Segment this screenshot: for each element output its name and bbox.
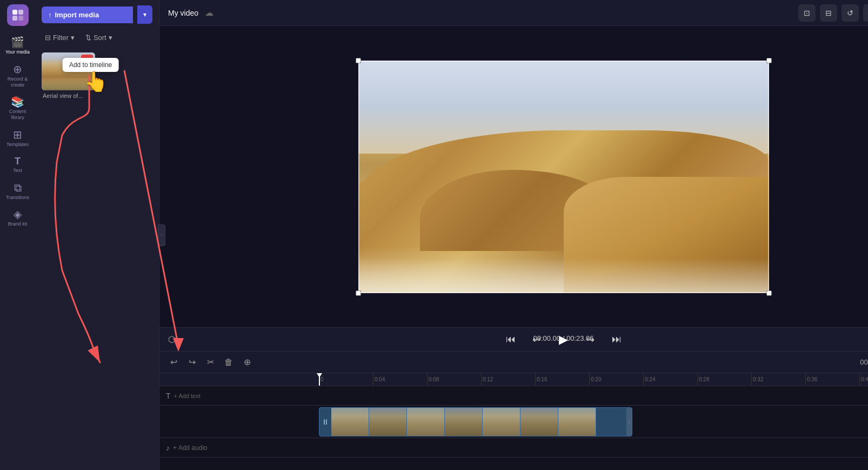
- sidebar-item-content-library[interactable]: 📚 Content library: [0, 92, 35, 125]
- text-track-content: [319, 386, 868, 405]
- playback-controls: ⬡ ⏮ ↩ ▶ ↪ ⏭ 16:9 ⛶ 00:00.00 / 00:23.06: [159, 327, 868, 351]
- time-display: 00:00.00 / 00:23.06: [533, 334, 593, 342]
- preview-area: [159, 26, 868, 327]
- filter-chevron-icon: ▾: [71, 34, 75, 42]
- content-library-icon: 📚: [11, 96, 24, 107]
- app-logo: [7, 4, 29, 26]
- add-clip-button[interactable]: ⊕: [239, 355, 255, 370]
- undo-button[interactable]: ↩: [166, 355, 181, 370]
- text-track: T + Add text: [159, 386, 868, 406]
- clip-end-handle[interactable]: ⋮: [626, 408, 632, 436]
- video-content: [358, 61, 769, 293]
- svg-rect-1: [18, 10, 23, 15]
- templates-icon: ⊞: [13, 129, 22, 140]
- clip-pause-icon: ⏸: [322, 418, 329, 426]
- media-panel-header: ↑ Import media ▾: [35, 0, 159, 29]
- sort-icon: ⇅: [85, 34, 91, 42]
- audio-track-icon: ♪: [166, 443, 170, 452]
- ruler-mark-20: 0:20: [589, 373, 643, 386]
- record-create-icon: ⊕: [13, 64, 22, 75]
- audio-track-content: [319, 438, 868, 457]
- ruler-mark-40: 0:40: [859, 373, 868, 386]
- aspect-ratio-button[interactable]: ⊟: [820, 4, 837, 22]
- transitions-icon: ⧉: [14, 182, 22, 193]
- video-track: ⏸ ⋮: [159, 406, 868, 438]
- text-track-label: T + Add text: [159, 392, 319, 400]
- top-bar: My video ☁ ⊡ ⊟ ↺ ••• ↑ Export ▾: [159, 0, 868, 26]
- ruler-mark-0: 0: [319, 373, 373, 386]
- add-text-button[interactable]: + Add text: [174, 393, 201, 399]
- more-options-button[interactable]: •••: [863, 4, 868, 22]
- main-content: My video ☁ ⊡ ⊟ ↺ ••• ↑ Export ▾: [159, 0, 868, 470]
- text-icon: T: [15, 156, 21, 166]
- audio-track-label: ♪ + Add audio: [159, 443, 319, 452]
- ruler-mark-32: 0:32: [751, 373, 805, 386]
- clip-thumb-2: [369, 408, 407, 436]
- sidebar-item-brand-kit[interactable]: ◈ Brand kit: [0, 204, 35, 231]
- ruler-mark-12: 0:12: [481, 373, 535, 386]
- media-item-label: Aerial view of...: [42, 92, 95, 99]
- left-sidebar: 🎬 Your media ⊕ Record & create 📚 Content…: [0, 0, 35, 470]
- sidebar-item-templates[interactable]: ⊞ Templates: [0, 125, 35, 152]
- redo-button[interactable]: ↪: [184, 355, 199, 370]
- audio-track: ♪ + Add audio: [159, 438, 868, 458]
- delete-button[interactable]: 🗑: [221, 355, 236, 370]
- frame-handle-tl[interactable]: [356, 58, 361, 63]
- video-clip[interactable]: ⏸ ⋮: [319, 407, 632, 436]
- clip-thumbnails: [331, 408, 596, 436]
- sort-chevron-icon: ▾: [109, 34, 112, 42]
- svg-rect-0: [12, 10, 17, 15]
- brand-kit-icon: ◈: [14, 209, 22, 220]
- import-media-arrow-button[interactable]: ▾: [137, 5, 152, 24]
- ruler-mark-24: 0:24: [643, 373, 697, 386]
- playhead-ruler: [319, 373, 320, 386]
- your-media-icon: 🎬: [11, 37, 24, 48]
- collapse-panel-button[interactable]: ‹: [158, 224, 165, 246]
- media-filter-row: ⊟ Filter ▾ ⇅ Sort ▾: [35, 29, 159, 48]
- add-audio-button[interactable]: + Add audio: [173, 444, 208, 452]
- frame-handle-br[interactable]: [766, 290, 772, 296]
- clip-thumb-4: [445, 408, 483, 436]
- text-track-icon: T: [166, 392, 171, 400]
- media-item-aerial-desert[interactable]: 🗑 Add to timeline Aerial view of...: [42, 52, 95, 99]
- time-counter: 00:00.00 / 00:23.06: [860, 358, 868, 366]
- add-to-timeline-tooltip: Add to timeline: [63, 58, 118, 72]
- clip-thumb-5: [483, 408, 520, 436]
- skip-back-button[interactable]: ⏮: [502, 331, 519, 348]
- filter-button[interactable]: ⊟ Filter ▾: [42, 31, 78, 44]
- frame-handle-tr[interactable]: [766, 58, 772, 63]
- media-grid: 🗑 Add to timeline Aerial view of...: [35, 48, 159, 103]
- timeline-toolbar: ↩ ↪ ✂ 🗑 ⊕ 00:00.00 / 00:23.06 − + ⛶: [159, 352, 868, 373]
- ruler-mark-8: 0:08: [427, 373, 481, 386]
- ruler-mark-4: 0:04: [373, 373, 427, 386]
- playhead-triangle: [317, 373, 322, 378]
- filter-icon: ⊟: [45, 34, 51, 42]
- sidebar-item-transitions[interactable]: ⧉ Transitions: [0, 178, 35, 205]
- ruler-marks: 0 0:04 0:08 0:12 0:16 0:20 0:24 0:28 0:3…: [319, 373, 868, 386]
- import-media-button[interactable]: ↑ Import media: [42, 6, 133, 23]
- skip-forward-button[interactable]: ⏭: [608, 331, 625, 348]
- sidebar-item-text[interactable]: T Text: [0, 152, 35, 178]
- ruler-mark-28: 0:28: [697, 373, 751, 386]
- cloud-save-icon: ☁: [205, 8, 213, 18]
- refresh-button[interactable]: ↺: [842, 4, 859, 22]
- snapshot-button[interactable]: ⬡: [168, 334, 176, 345]
- svg-rect-2: [12, 16, 17, 21]
- sidebar-item-record-create[interactable]: ⊕ Record & create: [0, 59, 35, 92]
- media-panel: ↑ Import media ▾ ⊟ Filter ▾ ⇅ Sort ▾ 🗑 A…: [35, 0, 159, 470]
- frame-handle-bl[interactable]: [356, 290, 361, 296]
- clip-thumb-3: [407, 408, 445, 436]
- cut-button[interactable]: ✂: [203, 355, 218, 370]
- timeline-area: ↩ ↪ ✂ 🗑 ⊕ 00:00.00 / 00:23.06 − + ⛶ 0 0:…: [159, 351, 868, 470]
- crop-tool-button[interactable]: ⊡: [798, 4, 816, 22]
- sort-button[interactable]: ⇅ Sort ▾: [82, 31, 116, 44]
- video-title: My video: [168, 9, 198, 17]
- clip-thumb-6: [520, 408, 558, 436]
- upload-icon: ↑: [48, 11, 52, 19]
- clip-thumb-7: [558, 408, 596, 436]
- ruler-mark-16: 0:16: [535, 373, 589, 386]
- video-frame: [358, 61, 769, 293]
- clip-thumb-1: [331, 408, 369, 436]
- svg-rect-3: [18, 16, 23, 21]
- sidebar-item-your-media[interactable]: 🎬 Your media: [0, 32, 35, 59]
